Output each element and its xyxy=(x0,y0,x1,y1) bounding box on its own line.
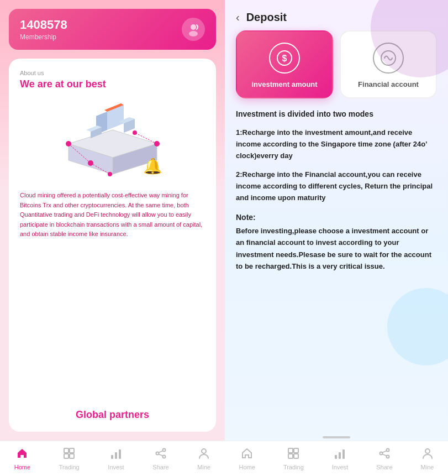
scroll-indicator xyxy=(323,436,350,438)
svg-line-36 xyxy=(159,451,163,452)
investment-amount-label: investment amount xyxy=(251,80,317,88)
svg-point-34 xyxy=(156,452,159,454)
nav-invest-label: Invest xyxy=(108,464,124,470)
about-description: Cloud mining offered a potentially cost-… xyxy=(20,191,205,239)
svg-point-33 xyxy=(163,448,166,451)
right-nav-home-label: Home xyxy=(239,464,255,470)
home-icon xyxy=(16,447,28,462)
svg-point-35 xyxy=(163,455,166,458)
back-button[interactable]: ‹ xyxy=(236,11,240,24)
mine-icon xyxy=(198,447,210,462)
svg-point-54 xyxy=(425,449,430,453)
share-icon xyxy=(155,447,167,462)
svg-line-37 xyxy=(159,454,163,456)
deposit-title: Deposit xyxy=(246,11,287,24)
right-nav-mine-label: Mine xyxy=(421,464,434,470)
right-invest-icon xyxy=(334,447,346,462)
right-share-icon xyxy=(378,447,391,462)
svg-rect-42 xyxy=(288,448,293,453)
global-partners: Global partners xyxy=(20,409,205,421)
right-nav-mine[interactable]: Mine xyxy=(414,445,441,473)
svg-rect-45 xyxy=(294,454,298,458)
right-home-icon xyxy=(241,447,253,462)
nav-trading[interactable]: Trading xyxy=(52,445,86,473)
nav-mine-label: Mine xyxy=(197,464,210,470)
right-bottom-nav: Home Trading Invest xyxy=(225,441,448,476)
svg-rect-47 xyxy=(339,452,341,459)
investment-amount-icon: $ xyxy=(269,43,300,74)
svg-rect-48 xyxy=(342,449,345,459)
illustration: 🔔 xyxy=(20,97,205,185)
right-mine-icon xyxy=(421,447,434,462)
svg-point-38 xyxy=(202,449,206,453)
svg-rect-27 xyxy=(70,448,74,453)
info-block-1-text: 1:Recharge into the investment amount,an… xyxy=(236,127,437,161)
svg-line-53 xyxy=(382,454,386,456)
investment-amount-card[interactable]: $ investment amount xyxy=(236,30,333,98)
svg-point-51 xyxy=(386,455,389,458)
svg-text:🔔: 🔔 xyxy=(143,157,162,175)
about-title: We are at our best xyxy=(20,79,205,90)
right-nav-trading[interactable]: Trading xyxy=(277,445,310,473)
svg-rect-31 xyxy=(115,452,117,459)
note-text: Before investing,please choose a investm… xyxy=(236,225,437,273)
membership-header: 1408578 Membership xyxy=(9,9,216,50)
about-us-label: About us xyxy=(20,70,205,76)
info-section-title: Investment is divided into two modes xyxy=(236,109,437,118)
membership-label: Membership xyxy=(20,33,67,41)
nav-home-label: Home xyxy=(14,464,30,470)
nav-home[interactable]: Home xyxy=(8,445,37,473)
note-title: Note: xyxy=(236,213,437,222)
svg-point-0 xyxy=(191,24,196,30)
right-nav-trading-label: Trading xyxy=(283,464,304,470)
financial-account-label: Financial account xyxy=(358,80,419,88)
right-nav-invest-label: Invest xyxy=(332,464,348,470)
nav-trading-label: Trading xyxy=(59,464,80,470)
about-card: About us We are at our best xyxy=(9,59,216,432)
invest-icon xyxy=(110,447,122,462)
info-block-1: 1:Recharge into the investment amount,an… xyxy=(236,127,437,161)
svg-rect-44 xyxy=(288,454,293,458)
svg-rect-46 xyxy=(335,455,337,459)
right-nav-share[interactable]: Share xyxy=(370,445,399,473)
right-nav-home[interactable]: Home xyxy=(233,445,262,473)
nav-mine[interactable]: Mine xyxy=(191,445,217,473)
info-block-2-text: 2:Recharge into the Financial account,yo… xyxy=(236,169,437,203)
nav-share-label: Share xyxy=(152,464,168,470)
svg-rect-29 xyxy=(70,454,74,458)
right-nav-invest[interactable]: Invest xyxy=(325,445,355,473)
svg-text:$: $ xyxy=(282,54,287,63)
svg-line-52 xyxy=(382,451,386,452)
left-bottom-nav: Home Trading Invest xyxy=(0,441,225,476)
membership-id: 1408578 xyxy=(20,18,67,32)
nav-invest[interactable]: Invest xyxy=(101,445,130,473)
right-trading-icon xyxy=(287,447,299,462)
svg-rect-28 xyxy=(64,454,68,458)
svg-point-1 xyxy=(189,31,198,36)
svg-point-50 xyxy=(380,452,382,454)
svg-rect-30 xyxy=(111,455,113,459)
membership-info: 1408578 Membership xyxy=(20,18,67,41)
refresh-button[interactable] xyxy=(182,18,205,41)
svg-rect-26 xyxy=(64,448,68,453)
info-block-2: 2:Recharge into the Financial account,yo… xyxy=(236,169,437,203)
nav-share[interactable]: Share xyxy=(146,445,175,473)
svg-rect-43 xyxy=(294,448,298,453)
right-nav-share-label: Share xyxy=(376,464,392,470)
right-panel: ‹ Deposit $ investment amount Financial … xyxy=(225,0,448,476)
svg-rect-32 xyxy=(119,449,121,459)
svg-point-49 xyxy=(386,448,389,451)
left-panel: 1408578 Membership About us We are at ou… xyxy=(0,0,225,476)
trading-icon xyxy=(63,447,75,462)
deposit-info: Investment is divided into two modes 1:R… xyxy=(225,109,448,432)
